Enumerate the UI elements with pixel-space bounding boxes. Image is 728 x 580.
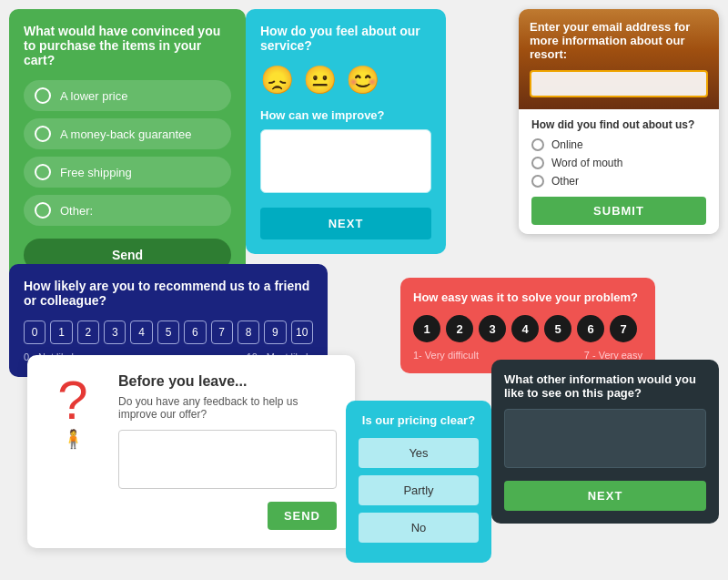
radio-circle <box>531 175 544 188</box>
card-green-survey: What would have convinced you to purchas… <box>9 9 246 286</box>
card-green-title: What would have convinced you to purchas… <box>24 24 231 67</box>
resort-radio-other[interactable]: Other <box>531 175 706 188</box>
card-resort: Enter your email address for more inform… <box>519 9 719 234</box>
resort-radio-word[interactable]: Word of mouth <box>531 157 706 169</box>
nps-8[interactable]: 8 <box>238 321 259 344</box>
exit-subtitle: Do you have any feedback to help us impr… <box>118 395 337 421</box>
info-textarea[interactable] <box>504 409 706 468</box>
nps-6[interactable]: 6 <box>184 321 206 344</box>
nps-9[interactable]: 9 <box>264 321 286 344</box>
pricing-yes[interactable]: Yes <box>359 438 479 468</box>
emoji-neutral[interactable]: 😐 <box>303 64 337 96</box>
pricing-partly[interactable]: Partly <box>359 475 479 505</box>
difficulty-numbers: 1 2 3 4 5 6 7 <box>413 315 642 342</box>
option-lower-price[interactable]: A lower price <box>24 80 231 111</box>
diff-5[interactable]: 5 <box>544 315 571 342</box>
diff-label-low: 1- Very difficult <box>413 350 479 361</box>
next-button-cyan[interactable]: NEXT <box>260 208 431 239</box>
pricing-no[interactable]: No <box>359 513 479 543</box>
nps-title: How likely are you to recommend us to a … <box>24 279 313 308</box>
diff-3[interactable]: 3 <box>479 315 506 342</box>
improve-subtitle: How can we improve? <box>260 108 431 122</box>
option-free-shipping[interactable]: Free shipping <box>24 157 231 188</box>
emoji-row: 😞 😐 😊 <box>260 64 431 96</box>
nps-4[interactable]: 4 <box>130 321 152 344</box>
emoji-happy[interactable]: 😊 <box>346 64 379 96</box>
resort-option-word: Word of mouth <box>551 157 622 169</box>
nps-1[interactable]: 1 <box>50 321 72 344</box>
resort-question: How did you find out about us? <box>531 118 706 131</box>
nps-7[interactable]: 7 <box>211 321 233 344</box>
diff-1[interactable]: 1 <box>413 315 440 342</box>
exit-figure: ? 🧍 <box>36 373 109 450</box>
exit-textarea[interactable] <box>118 430 337 489</box>
exit-title: Before you leave... <box>118 373 337 390</box>
resort-option-online: Online <box>551 138 583 151</box>
next-button-info[interactable]: NEXT <box>504 481 706 511</box>
diff-6[interactable]: 6 <box>577 315 604 342</box>
radio-circle <box>35 87 51 104</box>
send-button-exit[interactable]: SEND <box>268 502 337 530</box>
pricing-title: Is our pricing clear? <box>359 413 479 427</box>
card-cyan-title: How do you feel about our service? <box>260 24 431 53</box>
resort-option-other: Other <box>551 175 579 188</box>
emoji-sad[interactable]: 😞 <box>260 64 294 96</box>
card-info: What other information would you like to… <box>491 360 719 524</box>
option-other[interactable]: Other: <box>24 195 231 226</box>
nps-5[interactable]: 5 <box>157 321 179 344</box>
option-money-back[interactable]: A money-back guarantee <box>24 118 231 149</box>
resort-title: Enter your email address for more inform… <box>530 20 708 61</box>
submit-button[interactable]: SUBMIT <box>531 197 706 225</box>
nps-2[interactable]: 2 <box>77 321 99 344</box>
card-pricing: Is our pricing clear? Yes Partly No <box>346 401 491 563</box>
question-mark-icon: ? <box>36 373 109 428</box>
resort-bottom: How did you find out about us? Online Wo… <box>519 109 719 234</box>
option-label: A lower price <box>60 89 127 103</box>
option-label: Other: <box>60 204 93 218</box>
radio-circle <box>531 157 544 169</box>
improve-textarea[interactable] <box>260 129 431 193</box>
info-title: What other information would you like to… <box>504 372 706 400</box>
card-cyan-service: How do you feel about our service? 😞 😐 😊… <box>246 9 446 254</box>
red-title: How easy was it to solve your problem? <box>413 290 642 304</box>
resort-bg: Enter your email address for more inform… <box>519 9 719 109</box>
figure-body-icon: 🧍 <box>36 428 109 450</box>
radio-circle <box>35 126 51 142</box>
option-label: A money-back guarantee <box>60 127 192 141</box>
nps-3[interactable]: 3 <box>104 321 126 344</box>
diff-7[interactable]: 7 <box>610 315 637 342</box>
radio-circle <box>35 164 51 180</box>
diff-4[interactable]: 4 <box>511 315 539 342</box>
diff-2[interactable]: 2 <box>446 315 473 342</box>
radio-circle <box>531 138 544 151</box>
card-exit-intent: ? 🧍 Before you leave... Do you have any … <box>27 355 355 548</box>
resort-radio-online[interactable]: Online <box>531 138 706 151</box>
option-label: Free shipping <box>60 166 132 179</box>
email-input[interactable] <box>530 70 708 97</box>
radio-circle <box>35 202 51 219</box>
nps-10[interactable]: 10 <box>291 321 313 344</box>
nps-numbers: 0 1 2 3 4 5 6 7 8 9 10 <box>24 321 313 344</box>
nps-0[interactable]: 0 <box>24 321 46 344</box>
